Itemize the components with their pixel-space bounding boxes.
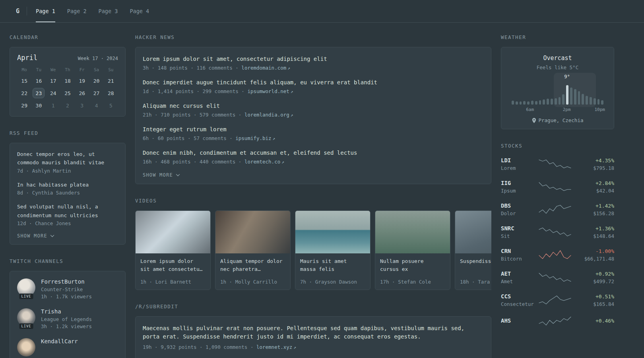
subreddit-widget: Maecenas mollis pulvinar erat non posuer… bbox=[135, 316, 491, 358]
stock-sparkline bbox=[538, 316, 572, 327]
app-logo: G bbox=[16, 8, 19, 15]
story-meta: 3h · 148 points · 116 comments · loremdo… bbox=[143, 65, 484, 71]
calendar-day: 3 bbox=[76, 100, 88, 111]
weather-bar bbox=[574, 89, 576, 105]
weather-widget: Overcast Feels like 5°C 9° 6am 2pm 10pm bbox=[501, 47, 614, 129]
external-link-icon: ↗ bbox=[273, 136, 275, 141]
story-title-link[interactable]: Donec imperdiet augue tincidunt felis al… bbox=[143, 78, 484, 87]
rss-item-meta: 12d · Chance Jones bbox=[17, 220, 118, 226]
stock-change: +1.36% bbox=[572, 226, 614, 232]
calendar-day: 30 bbox=[33, 100, 45, 111]
story-title-link[interactable]: Donec enim nibh, condimentum et accumsan… bbox=[143, 149, 484, 157]
external-link-icon: ↗ bbox=[287, 66, 290, 71]
post-title-link[interactable]: Maecenas mollis pulvinar erat non posuer… bbox=[143, 324, 484, 341]
hackernews-show-more-button[interactable]: SHOW MORE bbox=[143, 172, 180, 178]
post-domain-link[interactable]: loremnet.xyz bbox=[256, 344, 292, 350]
channel-avatar[interactable]: LIVE bbox=[17, 308, 35, 327]
external-link-icon: ↗ bbox=[291, 89, 293, 94]
stock-change: -1.00% bbox=[572, 248, 614, 254]
video-title-link[interactable]: Mauris sit amet massa felis bbox=[300, 257, 365, 273]
stock-symbol-link[interactable]: AHS bbox=[501, 317, 538, 324]
story-item: Lorem ipsum dolor sit amet, consectetur … bbox=[143, 55, 484, 71]
channel-name-link[interactable]: Trisha bbox=[41, 308, 92, 315]
stock-symbol-link[interactable]: CRN bbox=[501, 248, 538, 254]
stock-row: CCS Consectetur +0.51% $165.84 bbox=[501, 293, 614, 307]
stock-values: +2.84% $42.04 bbox=[572, 180, 614, 194]
twitch-channel: LIVE ForrestBurton Counter-Strike 1h · 1… bbox=[17, 278, 118, 300]
story-domain-link[interactable]: loremdomain.com bbox=[241, 65, 286, 71]
stock-id: IIG Ipsum bbox=[501, 180, 538, 194]
videos-row: Lorem ipsum dolor sit amet consectetu… 1… bbox=[135, 210, 491, 290]
channel-category-link[interactable]: League of Legends bbox=[41, 316, 92, 322]
stock-sparkline bbox=[538, 295, 572, 306]
channel-avatar[interactable] bbox=[17, 338, 35, 356]
weather-time-label: 6am bbox=[526, 107, 534, 112]
stock-values: +4.35% $795.18 bbox=[572, 158, 614, 171]
show-more-label: SHOW MORE bbox=[17, 233, 47, 239]
tab-page-3[interactable]: Page 3 bbox=[99, 0, 118, 22]
chevron-down-icon bbox=[50, 235, 54, 237]
stock-symbol-link[interactable]: DBS bbox=[501, 202, 538, 209]
video-card: Suspendisse diam 18h · Tara bbox=[455, 210, 491, 290]
stock-symbol-link[interactable]: LDI bbox=[501, 157, 538, 163]
weather-location: Prague, Czechia bbox=[511, 117, 604, 123]
story-domain-link[interactable]: loremtech.co bbox=[244, 159, 280, 165]
story-meta: 16h · 468 points · 440 comments · loremt… bbox=[143, 159, 484, 165]
rss-item-link[interactable]: Sed volutpat nulla nisl, a condimentum n… bbox=[17, 202, 118, 220]
stock-values: +1.36% $148.64 bbox=[572, 226, 614, 239]
story-meta-text: 3h · 148 points · 116 comments · bbox=[143, 65, 241, 71]
rss-show-more-button[interactable]: SHOW MORE bbox=[17, 233, 54, 239]
video-thumbnail[interactable] bbox=[295, 211, 370, 253]
stock-row: IIG Ipsum +2.84% $42.04 bbox=[501, 180, 614, 194]
rss-item-link[interactable]: Donec tempor eros leo, ut commodo mauris… bbox=[17, 150, 118, 167]
rss-item-link[interactable]: In hac habitasse platea bbox=[17, 181, 118, 189]
tab-page-2[interactable]: Page 2 bbox=[67, 0, 87, 22]
weather-bar bbox=[582, 94, 584, 105]
stock-symbol-link[interactable]: CCS bbox=[501, 293, 538, 300]
story-domain-link[interactable]: ipsumworld.net bbox=[247, 88, 289, 94]
story-domain-link[interactable]: ipsumify.biz bbox=[235, 135, 271, 141]
video-thumbnail[interactable] bbox=[455, 211, 491, 253]
calendar-weekday: We bbox=[46, 67, 60, 72]
video-thumbnail[interactable] bbox=[136, 211, 210, 253]
channel-name-link[interactable]: KendallCarr bbox=[41, 338, 78, 344]
video-meta: 1h · Lori Barnett bbox=[140, 276, 206, 285]
stock-sparkline bbox=[538, 204, 572, 215]
story-title-link[interactable]: Integer eget rutrum lorem bbox=[143, 125, 484, 134]
video-thumbnail[interactable] bbox=[215, 211, 290, 253]
location-pin-icon bbox=[532, 118, 536, 123]
calendar-widget: April Week 17 · 2024 MoTuWeThFrSaSu 1516… bbox=[10, 47, 126, 117]
stock-symbol-link[interactable]: AET bbox=[501, 270, 538, 277]
story-title-link[interactable]: Lorem ipsum dolor sit amet, consectetur … bbox=[143, 55, 484, 63]
weather-bar bbox=[543, 99, 545, 105]
stock-sparkline bbox=[538, 181, 572, 193]
video-title-link[interactable]: Lorem ipsum dolor sit amet consectetu… bbox=[140, 257, 206, 273]
weather-bar bbox=[527, 101, 530, 105]
stock-id: AHS bbox=[501, 317, 538, 325]
channel-category-link[interactable]: Counter-Strike bbox=[41, 286, 92, 292]
story-domain-link[interactable]: loremlandia.org bbox=[244, 112, 289, 118]
stock-id: CRN Bitcorn bbox=[501, 248, 538, 262]
stock-id: AET Amet bbox=[501, 270, 538, 284]
stock-row: DBS Dolor +1.42% $156.28 bbox=[501, 202, 614, 216]
calendar-weekday: Fr bbox=[75, 67, 89, 72]
stock-change: +0.51% bbox=[572, 294, 614, 300]
video-title-link[interactable]: Nullam posuere cursus ex bbox=[380, 257, 445, 273]
tab-page-4[interactable]: Page 4 bbox=[130, 0, 149, 22]
stock-change: +4.35% bbox=[572, 158, 614, 163]
stock-row: CRN Bitcorn -1.00% $66,171.48 bbox=[501, 248, 614, 262]
story-item: Integer eget rutrum lorem 6h · 60 points… bbox=[143, 125, 484, 141]
channel-info: ForrestBurton Counter-Strike 1h · 1.7k v… bbox=[41, 278, 92, 300]
video-thumbnail[interactable] bbox=[375, 211, 450, 253]
channel-avatar[interactable]: LIVE bbox=[17, 278, 35, 297]
story-title-link[interactable]: Aliquam nec cursus elit bbox=[143, 102, 484, 110]
tab-page-1[interactable]: Page 1 bbox=[36, 0, 55, 22]
stock-name: Sit bbox=[501, 233, 538, 239]
video-title-link[interactable]: Aliquam tempor dolor nec pharetra… bbox=[220, 257, 285, 273]
video-title-link[interactable]: Suspendisse diam bbox=[460, 257, 491, 265]
stock-symbol-link[interactable]: SNRC bbox=[501, 225, 538, 232]
stock-id: CCS Consectetur bbox=[501, 293, 538, 307]
weather-bar bbox=[562, 94, 564, 105]
stock-symbol-link[interactable]: IIG bbox=[501, 180, 538, 186]
channel-name-link[interactable]: ForrestBurton bbox=[41, 278, 92, 285]
